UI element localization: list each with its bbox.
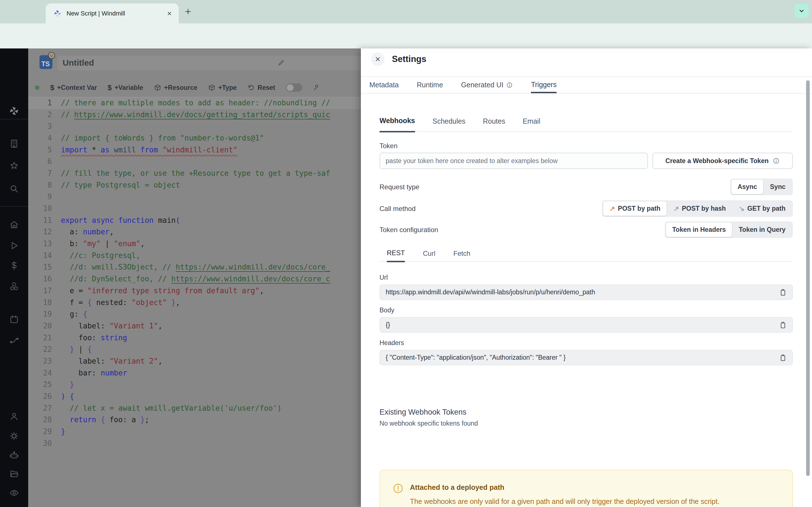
- info-icon: [506, 82, 513, 89]
- alert-circle-icon: [393, 483, 404, 494]
- existing-tokens-empty: No webhook specific tokens found: [379, 420, 478, 427]
- tab-curl[interactable]: Curl: [423, 245, 435, 261]
- diff-toggle[interactable]: [286, 83, 302, 92]
- status-dot: [35, 86, 40, 90]
- schedules-calendar-icon[interactable]: [9, 314, 19, 325]
- settings-drawer: Settings Metadata Runtime Generated UI T…: [361, 48, 812, 507]
- favorites-star-icon[interactable]: [9, 161, 19, 171]
- workspace-building-icon[interactable]: [9, 138, 19, 149]
- new-tab-icon[interactable]: [184, 7, 192, 16]
- close-icon[interactable]: [371, 52, 385, 66]
- dollar-icon: $: [108, 83, 112, 92]
- copy-icon[interactable]: [779, 321, 787, 329]
- call-method-post-by-path[interactable]: ↗ POST by path: [603, 202, 666, 216]
- runs-play-icon[interactable]: [9, 240, 19, 251]
- settings-gear-icon[interactable]: [9, 431, 19, 441]
- script-title-field[interactable]: [57, 56, 361, 70]
- call-method-toggle: ↗ POST by path ↗ POST by hash ↘ GET by p…: [602, 200, 793, 217]
- dollar-icon: $: [50, 83, 54, 92]
- token-configuration-label: Token configuration: [379, 226, 438, 234]
- add-context-var-button[interactable]: $ +Context Var: [50, 83, 97, 92]
- browser-toolbar: app.windmill.dev/scripts/add#JTdCJTIyaGF…: [0, 23, 812, 48]
- editor-toolbar: $ +Context Var $ +Variable +Resource +Ty…: [28, 79, 361, 96]
- request-type-row: Request type Async Sync: [379, 179, 793, 195]
- call-method-get-by-path[interactable]: ↘ GET by path: [732, 202, 792, 216]
- audit-eye-icon[interactable]: [9, 488, 19, 498]
- url-field[interactable]: https://app.windmill.dev/api/w/windmill-…: [379, 284, 793, 300]
- arrow-up-right-icon: ↗: [673, 205, 679, 212]
- call-method-label: Call method: [379, 205, 416, 213]
- settings-header: Settings: [371, 52, 426, 66]
- resources-cubes-icon[interactable]: [9, 281, 19, 291]
- trigger-tab-bar: Webhooks Schedules Routes Email: [379, 111, 793, 132]
- script-emoji-icon: [48, 52, 55, 59]
- assistant-person-icon: [313, 84, 320, 91]
- tab-webhooks[interactable]: Webhooks: [379, 111, 415, 132]
- arrow-up-right-icon: ↗: [609, 205, 615, 212]
- headers-value: { "Content-Type": "application/json", "A…: [386, 354, 774, 361]
- call-method-post-by-hash[interactable]: ↗ POST by hash: [667, 202, 732, 216]
- home-icon[interactable]: [9, 220, 19, 230]
- headers-label: Headers: [379, 339, 404, 347]
- url-label: Url: [379, 274, 388, 281]
- sidebar-divider: [0, 206, 28, 207]
- edit-pencil-icon[interactable]: [277, 59, 285, 66]
- window-chevron-icon[interactable]: [795, 4, 809, 18]
- app-sidebar: [0, 48, 28, 507]
- token-configuration-toggle: Token in Headers Token in Query: [665, 221, 793, 238]
- workers-robot-icon[interactable]: [9, 450, 19, 460]
- body-value: {}: [386, 321, 774, 329]
- body-field[interactable]: {}: [379, 317, 793, 333]
- search-icon[interactable]: [9, 184, 19, 194]
- tab-title: New Script | Windmill: [66, 10, 166, 17]
- reset-button[interactable]: Reset: [248, 84, 275, 92]
- request-type-label: Request type: [379, 183, 419, 191]
- body-label: Body: [379, 306, 394, 314]
- tab-triggers[interactable]: Triggers: [531, 77, 557, 93]
- tab-generated-ui[interactable]: Generated UI: [461, 77, 513, 93]
- folders-icon[interactable]: [9, 469, 19, 479]
- deployed-path-warning: Attached to a deployed path The webhooks…: [379, 470, 793, 507]
- info-icon: [772, 157, 780, 165]
- settings-tab-bar: Metadata Runtime Generated UI Triggers: [361, 76, 812, 94]
- tab-fetch[interactable]: Fetch: [453, 245, 470, 261]
- script-title[interactable]: Untitled: [63, 58, 94, 68]
- token-in-query[interactable]: Token in Query: [732, 223, 792, 237]
- request-type-async[interactable]: Async: [731, 180, 763, 194]
- tab-email[interactable]: Email: [523, 111, 541, 131]
- tab-schedules[interactable]: Schedules: [433, 111, 465, 131]
- create-webhook-token-button[interactable]: Create a Webhook-specific Token: [652, 153, 793, 169]
- settings-title: Settings: [392, 54, 426, 64]
- token-input[interactable]: paste your token here once created to al…: [379, 153, 648, 169]
- add-resource-button[interactable]: +Resource: [154, 84, 197, 92]
- call-method-row: Call method ↗ POST by path ↗ POST by has…: [379, 200, 793, 217]
- request-type-toggle: Async Sync: [730, 179, 793, 195]
- arrow-down-right-icon: ↘: [739, 205, 744, 212]
- warning-title: Attached to a deployed path: [410, 483, 504, 492]
- add-variable-button[interactable]: $ +Variable: [108, 83, 143, 92]
- drawer-scrollbar[interactable]: [806, 80, 810, 476]
- request-type-sync[interactable]: Sync: [764, 180, 792, 194]
- users-person-icon[interactable]: [9, 411, 19, 421]
- tab-metadata[interactable]: Metadata: [369, 77, 399, 93]
- sidebar-divider: [0, 119, 28, 119]
- windmill-logo[interactable]: [9, 106, 19, 116]
- reset-icon: [248, 84, 255, 91]
- variables-dollar-icon[interactable]: [9, 261, 19, 271]
- tab-rest[interactable]: REST: [387, 245, 405, 262]
- routes-flow-icon[interactable]: [9, 335, 19, 345]
- code-editor[interactable]: 1// there are multiple modes to add as h…: [28, 97, 361, 449]
- tab-routes[interactable]: Routes: [483, 111, 505, 131]
- tab-close-icon[interactable]: [166, 10, 173, 17]
- headers-field[interactable]: { "Content-Type": "application/json", "A…: [379, 350, 793, 365]
- script-editor-panel: TS Untitled $ +Context Var $ +Variable +…: [28, 48, 361, 507]
- token-in-headers[interactable]: Token in Headers: [666, 223, 732, 237]
- copy-icon[interactable]: [779, 288, 787, 297]
- browser-tab[interactable]: New Script | Windmill: [46, 3, 179, 23]
- token-configuration-row: Token configuration Token in Headers Tok…: [379, 221, 793, 238]
- package-icon: [154, 84, 161, 91]
- windmill-favicon: [54, 10, 61, 17]
- add-type-button[interactable]: +Type: [208, 84, 237, 92]
- copy-icon[interactable]: [779, 353, 787, 362]
- tab-runtime[interactable]: Runtime: [417, 77, 443, 93]
